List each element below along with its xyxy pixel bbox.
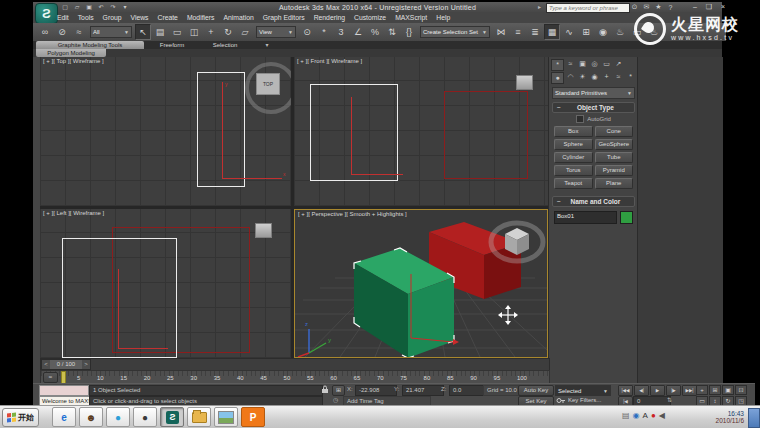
gizmo-y-axis[interactable] [222,82,223,178]
modify-tab-icon[interactable]: ≈ [565,59,576,69]
favorites-icon[interactable]: ★ [654,3,663,11]
object-type-button[interactable]: Cone [595,126,634,137]
menu-item[interactable]: MAXScript [395,14,427,21]
object-type-button[interactable]: GeoSphere [595,139,634,150]
object-type-button[interactable]: Sphere [554,139,593,150]
key-filters-button[interactable]: Key Filters... [568,396,612,405]
select-and-manipulate-icon[interactable]: * [316,24,332,40]
menu-item[interactable]: Tools [78,14,94,21]
object-type-button[interactable]: Torus [554,165,593,176]
lights-icon[interactable]: ☀ [577,72,588,82]
systems-icon[interactable]: * [625,72,636,82]
save-file-icon[interactable]: ▣ [84,3,94,11]
shapes-icon[interactable]: ◠ [565,72,576,82]
tab-freeform[interactable]: Freeform [147,41,197,49]
menu-item[interactable]: Modifiers [187,14,215,21]
zoom-all-icon[interactable]: ⊞ [709,385,721,395]
named-selection-sets-icon[interactable]: {} [401,24,417,40]
open-file-icon[interactable]: ▱ [72,3,82,11]
viewport-top[interactable]: [ + ][ Top ][ Wireframe ] y x TOP [40,57,291,206]
helpers-icon[interactable]: + [601,72,612,82]
ribbon-collapse-icon[interactable]: ▾ [261,41,273,49]
menu-item[interactable]: Help [436,14,450,21]
taskbar-dark-app-icon[interactable]: ● [133,407,157,427]
restore-button[interactable]: ❑ [704,3,714,11]
menu-item[interactable]: Create [158,14,178,21]
viewport-top-label[interactable]: [ + ][ Top ][ Wireframe ] [43,58,104,64]
select-by-name-icon[interactable]: ▤ [152,24,168,40]
select-and-scale-icon[interactable]: ▱ [237,24,253,40]
menu-item[interactable]: Edit [57,14,69,21]
infocenter-arrow-icon[interactable]: ▸ [538,3,541,10]
cameras-icon[interactable]: ◉ [589,72,600,82]
zoom-extents-all-icon[interactable]: ⊡ [735,385,747,395]
coord-system-dropdown[interactable]: View▼ [256,26,296,38]
minimize-button[interactable]: – [690,3,700,11]
goto-start-icon[interactable]: |◀◀ [618,385,633,396]
auto-key-button[interactable]: Auto Key [518,385,554,396]
select-and-move-icon[interactable]: + [203,24,219,40]
show-desktop-button[interactable] [748,408,760,428]
create-tab-icon[interactable]: * [551,59,564,71]
use-pivot-center-icon[interactable]: ⊙ [299,24,315,40]
maxscript-listener-input[interactable] [39,385,89,396]
snaps-toggle-icon[interactable]: 3 [333,24,349,40]
menu-item[interactable]: Graph Editors [263,14,305,21]
tray-volume-icon[interactable]: ◀ [659,411,665,420]
viewport-left[interactable]: [ + ][ Left ][ Wireframe ] [40,209,291,358]
graphite-ribbon-toggle-icon[interactable]: ▦ [544,24,560,40]
rectangular-selection-icon[interactable]: ▭ [169,24,185,40]
tab-polygon-modeling[interactable]: Polygon Modeling [36,49,106,57]
render-setup-icon[interactable]: ♨ [612,24,628,40]
select-object-icon[interactable]: ↖ [135,24,151,40]
space-warps-icon[interactable]: ≈ [613,72,624,82]
mini-curve-editor-button[interactable]: ≈ [43,372,58,383]
bind-to-space-warp-icon[interactable]: ≈ [71,24,87,40]
red-box-wireframe-front[interactable] [444,91,528,179]
object-type-button[interactable]: Box [554,126,593,137]
taskbar-globe-icon[interactable]: ● [106,407,130,427]
viewcube-top[interactable]: TOP [256,73,280,95]
y-coordinate-field[interactable]: 21.407 [402,385,444,396]
z-coordinate-field[interactable]: 0.0 [449,385,485,396]
object-type-button[interactable]: Cylinder [554,152,593,163]
frame-spinner[interactable]: ⇅ [667,395,672,405]
tray-printer-icon[interactable]: ▤ [622,411,630,420]
motion-tab-icon[interactable]: ◎ [589,59,600,69]
object-type-button[interactable]: Pyramid [595,165,634,176]
taskbar-photo-icon[interactable] [214,407,238,427]
gizmo-x-axis[interactable] [351,174,403,175]
tray-ime-icon[interactable]: A [643,411,648,420]
select-and-rotate-icon[interactable]: ↻ [220,24,236,40]
object-type-button[interactable]: Tube [595,152,634,163]
tray-help-icon[interactable]: ◉ [633,411,640,420]
hierarchy-tab-icon[interactable]: ▣ [577,59,588,69]
time-slider-handle[interactable]: < 0 / 100 > [41,359,91,370]
percent-snap-icon[interactable]: % [367,24,383,40]
material-editor-icon[interactable]: ◉ [595,24,611,40]
viewcube-front[interactable] [516,75,533,90]
menu-item[interactable]: Animation [223,14,253,21]
display-tab-icon[interactable]: ▭ [601,59,612,69]
viewport-perspective-label[interactable]: [ + ][ Perspective ][ Smooth + Highlight… [298,211,407,217]
object-type-rollout[interactable]: −Object Type [552,102,635,113]
menu-item[interactable]: Views [130,14,148,21]
set-keys-key-icon[interactable] [556,396,566,405]
selected-box-wireframe-top[interactable] [197,72,245,187]
new-scene-icon[interactable]: ▢ [60,3,70,11]
object-name-input[interactable]: Box01 [554,211,617,224]
prev-frame-icon[interactable]: ◀| [634,385,649,396]
prev-frame-arrow[interactable]: < [42,360,50,369]
taskbar-messenger-icon[interactable]: ☻ [79,407,103,427]
zoom-extents-icon[interactable]: ▣ [722,385,734,395]
object-type-button[interactable]: Plane [595,178,634,189]
menu-item[interactable]: Group [103,14,122,21]
gizmo-y-axis[interactable] [118,269,119,349]
geometry-icon[interactable]: ● [551,72,564,84]
utilities-tab-icon[interactable]: ↗ [613,59,624,69]
curve-editor-icon[interactable]: ∿ [561,24,577,40]
communication-center-icon[interactable]: ✉ [642,3,651,11]
angle-snap-icon[interactable]: ∠ [350,24,366,40]
selected-box-wireframe-front[interactable] [310,84,398,181]
qat-dropdown-icon[interactable]: ▾ [120,3,130,11]
